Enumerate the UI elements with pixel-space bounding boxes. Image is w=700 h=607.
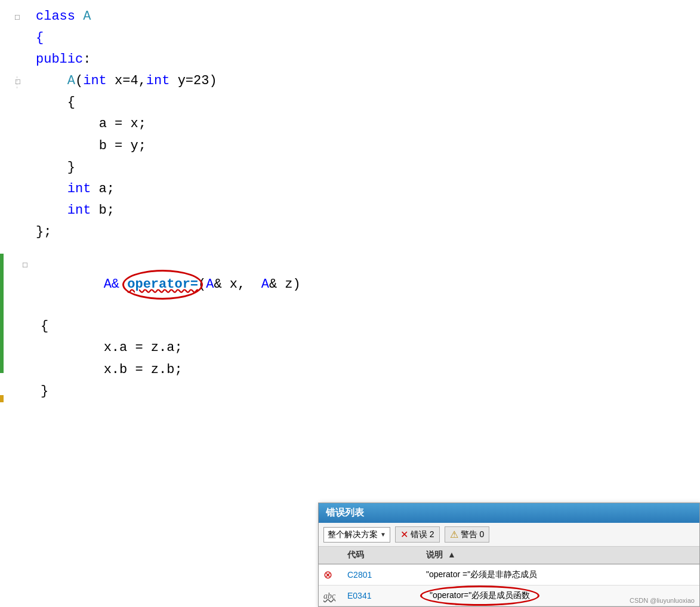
row-icon-cell: ⊗ <box>319 564 343 586</box>
sort-arrow-icon: ▲ <box>448 550 456 559</box>
warning-count-button[interactable]: ⚠ 警告 0 <box>445 526 490 543</box>
params: ( <box>198 277 206 292</box>
code-line: b = y; <box>0 135 700 157</box>
type-ref: A& <box>104 277 119 292</box>
row-description-cell: "operator ="必须是非静态成员 <box>421 564 699 586</box>
gutter: □ <box>5 260 41 272</box>
code-line: { <box>0 27 700 49</box>
code-content: x.b = z.b; <box>41 360 700 380</box>
statement: a = x; <box>99 116 146 131</box>
brace: { <box>41 319 48 334</box>
code-content: class A <box>36 7 700 27</box>
identifier: x=4, <box>107 73 146 88</box>
row-error-icon: ⊗ <box>323 569 332 581</box>
operator-keyword: operator= <box>127 275 198 295</box>
operator-function-line: □ A& operator=(A& x, A& z) <box>0 254 700 316</box>
error-code: E0341 <box>347 591 371 600</box>
scope-dropdown[interactable]: 整个解决方案 ▼ <box>323 527 390 543</box>
operator-block: □ A& operator=(A& x, A& z) { x.a = z.a; <box>0 254 700 402</box>
keyword-int2: int <box>146 73 170 88</box>
error-toolbar: 整个解决方案 ▼ ✕ 错误 2 ⚠ 警告 0 <box>319 523 699 547</box>
code-line: } <box>0 381 700 402</box>
error-panel-title: 错误列表 <box>326 507 364 517</box>
code-line: { <box>0 92 700 113</box>
scope-label: 整个解决方案 <box>328 529 378 540</box>
error-code: C2801 <box>347 570 372 580</box>
statement: x.b = z.b; <box>104 362 183 377</box>
code-content: A& operator=(A& x, A& z) <box>41 254 700 315</box>
row-abc-icon: abc <box>323 591 335 600</box>
code-line: } <box>0 157 700 178</box>
chevron-down-icon: ▼ <box>380 531 386 538</box>
code-line: a = x; <box>0 113 700 135</box>
error-count-label: 错误 2 <box>411 529 434 540</box>
code-content: } <box>41 381 700 402</box>
code-line: int a; <box>0 178 700 200</box>
type-a2: A <box>261 277 269 292</box>
brace: { <box>36 30 44 45</box>
code-content: int a; <box>36 179 700 199</box>
warning-icon: ⚠ <box>450 529 458 540</box>
code-editor: □ class A { public: □ A(int x=4,int y=23… <box>0 0 700 408</box>
code-content: public: <box>36 50 700 70</box>
keyword: public <box>36 52 83 67</box>
constructor-name: A <box>67 73 75 88</box>
brace: } <box>67 160 75 175</box>
error-panel: 错误列表 整个解决方案 ▼ ✕ 错误 2 ⚠ 警告 0 代码 说明 ▲ <box>318 503 700 607</box>
code-line: int b; <box>0 200 700 221</box>
keyword: class <box>36 9 83 24</box>
ref: & x, <box>214 277 261 292</box>
col-desc-label: 说明 <box>426 550 443 559</box>
brace: { <box>67 95 75 110</box>
table-row[interactable]: ⊗ C2801 "operator ="必须是非静态成员 <box>319 564 699 586</box>
keyword-int: int <box>83 73 107 88</box>
ref2: & z) <box>269 277 301 292</box>
space <box>119 277 127 292</box>
error-description-highlighted: "operator="必须是成员函数 <box>426 589 534 602</box>
code-content: } <box>36 158 700 178</box>
error-icon: ✕ <box>400 529 408 540</box>
row-code-cell: C2801 <box>343 564 421 586</box>
code-line: public: <box>0 49 700 70</box>
code-content: A(int x=4,int y=23) <box>36 71 700 91</box>
keyword-int: int <box>67 203 91 218</box>
row-icon-cell: abc <box>319 586 343 606</box>
identifier: b; <box>91 203 115 218</box>
error-description: "operator ="必须是非静态成员 <box>426 569 537 579</box>
punct: ( <box>75 73 83 88</box>
code-line: { <box>0 316 700 337</box>
statement: x.a = z.a; <box>104 340 183 355</box>
type-a: A <box>206 277 214 292</box>
warning-count-label: 警告 0 <box>461 529 485 540</box>
punct: }; <box>36 224 51 239</box>
row-code-cell: E0341 <box>343 586 421 606</box>
statement: b = y; <box>99 138 146 153</box>
code-content: int b; <box>36 201 700 221</box>
code-content: { <box>41 316 700 337</box>
identifier: y=23) <box>169 73 217 88</box>
col-code-label: 代码 <box>347 550 364 559</box>
class-block: □ class A { public: □ A(int x=4,int y=23… <box>0 6 700 243</box>
brace: } <box>41 384 48 399</box>
code-line: x.b = z.b; <box>0 359 700 381</box>
error-count-button[interactable]: ✕ 错误 2 <box>395 526 440 543</box>
gutter: □ <box>0 12 36 24</box>
code-line: x.a = z.a; <box>0 337 700 359</box>
code-line: □ A(int x=4,int y=23) <box>0 70 700 92</box>
class-name: A <box>83 9 91 24</box>
col-icon <box>319 547 343 564</box>
code-line: }; <box>0 221 700 243</box>
watermark: CSDN @liuyunluoxiao <box>630 597 695 604</box>
punct: : <box>83 52 91 67</box>
col-code: 代码 <box>343 547 421 564</box>
code-content: { <box>36 28 700 48</box>
error-panel-header: 错误列表 <box>319 503 699 523</box>
col-description: 说明 ▲ <box>421 547 699 564</box>
code-content: x.a = z.a; <box>41 338 700 358</box>
code-content: a = x; <box>36 114 700 134</box>
yellow-bar <box>0 395 4 402</box>
gutter: □ <box>0 76 36 88</box>
code-content: }; <box>36 222 700 242</box>
code-content: { <box>36 93 700 113</box>
code-line: □ class A <box>0 6 700 27</box>
